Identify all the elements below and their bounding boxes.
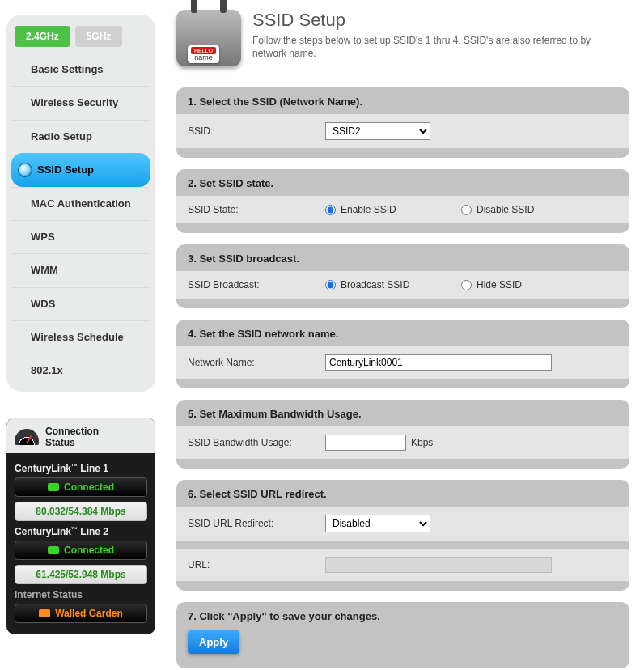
internet-status: Walled Garden xyxy=(55,608,123,619)
nav-basic-settings[interactable]: Basic Settings xyxy=(11,53,150,86)
nav-ssid-setup-label: SSID Setup xyxy=(37,163,94,176)
url-redirect-input xyxy=(325,557,552,573)
ssid-state-enable-label: Enable SSID xyxy=(341,204,396,215)
step-select-ssid: 1. Select the SSID (Network Name). SSID:… xyxy=(176,87,629,158)
freq-tab-24ghz[interactable]: 2.4GHz xyxy=(15,26,70,47)
router-icon: HELLO name xyxy=(176,10,241,66)
nav-wireless-security[interactable]: Wireless Security xyxy=(11,86,150,119)
step-network-name: 4. Set the SSID network name. Network Na… xyxy=(176,320,629,388)
step4-heading: 4. Set the SSID network name. xyxy=(188,328,618,340)
internet-status-heading: Internet Status xyxy=(15,589,147,600)
step-bandwidth: 5. Set Maximum Bandwidth Usage. SSID Ban… xyxy=(176,400,629,469)
step6-label: SSID URL Redirect: xyxy=(188,518,325,529)
step1-heading: 1. Select the SSID (Network Name). xyxy=(188,95,618,108)
line1-label: CenturyLink™ Line 1 xyxy=(15,463,147,474)
nav-menu: Basic Settings Wireless Security Radio S… xyxy=(11,53,150,387)
step-ssid-state: 2. Set SSID state. SSID State: Enable SS… xyxy=(176,169,629,233)
page-desc: Follow the steps below to set up SSID's … xyxy=(252,34,592,60)
ssid-state-disable-radio[interactable] xyxy=(461,205,472,215)
active-bullet-icon xyxy=(18,163,32,177)
step2-heading: 2. Set SSID state. xyxy=(188,177,618,189)
ssid-select[interactable]: SSID1SSID2SSID3SSID4 xyxy=(325,122,430,140)
led-green-icon xyxy=(48,483,59,491)
ssid-hide-radio[interactable] xyxy=(461,280,472,290)
step-url-redirect: 6. Select SSID URL redirect. SSID URL Re… xyxy=(176,480,629,591)
nav-8021x[interactable]: 802.1x xyxy=(11,354,150,387)
step1-label: SSID: xyxy=(188,125,325,137)
step6-heading: 6. Select SSID URL redirect. xyxy=(188,488,618,500)
internet-status-pill: Walled Garden xyxy=(15,604,147,623)
network-name-input[interactable] xyxy=(325,354,552,371)
nav-wireless-schedule[interactable]: Wireless Schedule xyxy=(11,320,150,354)
apply-button[interactable]: Apply xyxy=(188,630,239,654)
bandwidth-unit: Kbps xyxy=(411,437,433,448)
led-green-icon xyxy=(48,546,59,554)
step3-heading: 3. Set SSID broadcast. xyxy=(188,252,618,265)
nav-wps[interactable]: WPS xyxy=(11,220,150,253)
step5-heading: 5. Set Maximum Bandwidth Usage. xyxy=(188,408,618,420)
step4-label: Network Name: xyxy=(188,357,325,368)
step5-label: SSID Bandwidth Usage: xyxy=(188,437,325,448)
connection-status-panel: Connection Status CenturyLink™ Line 1 Co… xyxy=(6,418,155,634)
nav-radio-setup[interactable]: Radio Setup xyxy=(11,120,150,153)
line2-label: CenturyLink™ Line 2 xyxy=(15,526,147,537)
line1-status: Connected xyxy=(64,481,114,493)
ssid-broadcast-label: Broadcast SSID xyxy=(341,279,409,290)
icon-tag-name: name xyxy=(191,54,216,61)
step-ssid-broadcast: 3. Set SSID broadcast. SSID Broadcast: B… xyxy=(176,244,629,308)
url-redirect-select[interactable]: DisabledEnabled xyxy=(325,515,430,532)
nav-ssid-setup[interactable]: SSID Setup xyxy=(11,153,150,187)
nav-mac-auth[interactable]: MAC Authentication xyxy=(11,187,150,220)
nav-wmm[interactable]: WMM xyxy=(11,253,150,286)
ssid-hide-label: Hide SSID xyxy=(477,279,522,290)
page-title: SSID Setup xyxy=(252,10,592,31)
line2-status-pill: Connected xyxy=(15,541,147,560)
ssid-state-enable-radio[interactable] xyxy=(325,205,336,215)
gauge-icon xyxy=(15,429,39,445)
nav-wds[interactable]: WDS xyxy=(11,287,150,320)
bandwidth-input[interactable] xyxy=(325,435,406,451)
step6-url-label: URL: xyxy=(188,559,325,570)
ssid-state-disable-label: Disable SSID xyxy=(477,204,534,215)
led-orange-icon xyxy=(39,609,50,617)
connection-status-title: Connection Status xyxy=(45,426,118,448)
line1-speed: 80.032/54.384 Mbps xyxy=(15,502,147,521)
step-apply: 7. Click "Apply" to save your changes. A… xyxy=(176,602,629,668)
ssid-broadcast-radio[interactable] xyxy=(325,280,336,290)
line2-status: Connected xyxy=(64,545,114,556)
side-nav: 2.4GHz 5GHz Basic Settings Wireless Secu… xyxy=(6,15,155,392)
step2-label: SSID State: xyxy=(188,204,325,215)
step3-label: SSID Broadcast: xyxy=(188,279,325,290)
line2-speed: 61.425/52.948 Mbps xyxy=(15,565,147,584)
step7-heading: 7. Click "Apply" to save your changes. xyxy=(188,610,618,622)
line1-status-pill: Connected xyxy=(15,477,147,497)
freq-tab-5ghz[interactable]: 5GHz xyxy=(75,26,123,47)
